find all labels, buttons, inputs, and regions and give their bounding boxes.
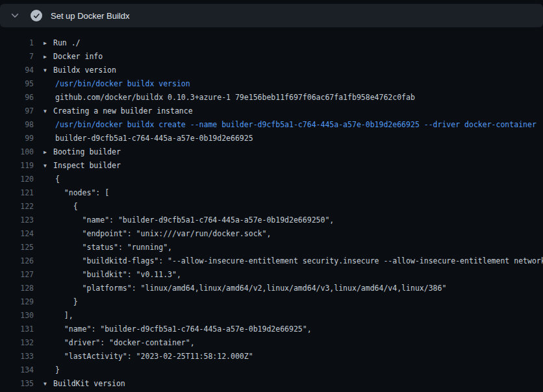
line-number[interactable]: 129: [0, 295, 34, 309]
step-title: Set up Docker Buildx: [51, 11, 129, 21]
output-text: {: [55, 200, 78, 214]
line-number[interactable]: 128: [0, 282, 34, 295]
line-number[interactable]: 97: [0, 104, 34, 118]
line-number[interactable]: 119: [0, 159, 34, 173]
line-number[interactable]: 99: [0, 132, 34, 145]
output-text: "buildkit": "v0.11.3",: [55, 268, 181, 282]
line-number[interactable]: 134: [0, 363, 34, 377]
line-number[interactable]: 1: [0, 36, 34, 50]
output-text: ],: [55, 309, 73, 323]
log-line: 99builder-d9cfb5a1-c764-445a-a57e-0b19d2…: [0, 132, 543, 145]
group-title: Booting builder: [53, 147, 121, 156]
log-line[interactable]: 135▼BuildKit version: [0, 377, 543, 391]
log-line[interactable]: 1▶Run ./: [0, 36, 543, 50]
output-text: "name": "builder-d9cfb5a1-c764-445a-a57e…: [55, 214, 334, 227]
line-number[interactable]: 121: [0, 186, 34, 200]
output-text: }: [55, 363, 60, 377]
group-expanded-arrow-icon: ▼: [44, 159, 53, 173]
command-text: /usr/bin/docker buildx version: [55, 77, 190, 91]
group-title: Creating a new builder instance: [53, 106, 193, 116]
group-collapsed-arrow-icon: ▶: [44, 50, 53, 64]
log-line[interactable]: 100▶Booting builder: [0, 145, 543, 159]
output-text: "nodes": [: [55, 186, 109, 200]
log-line: 95/usr/bin/docker buildx version: [0, 77, 543, 91]
line-number[interactable]: 123: [0, 214, 34, 227]
group-title: Run ./: [53, 38, 81, 47]
check-circle-icon: [31, 10, 42, 21]
output-text: "endpoint": "unix:///var/run/docker.sock…: [55, 227, 271, 241]
log-line: 134}: [0, 363, 543, 377]
line-number[interactable]: 124: [0, 227, 34, 241]
line-number[interactable]: 132: [0, 336, 34, 350]
log-line: 122 {: [0, 200, 543, 214]
line-number[interactable]: 122: [0, 200, 34, 214]
group-expanded-arrow-icon: ▼: [44, 104, 53, 118]
log-line: 98/usr/bin/docker buildx create --name b…: [0, 118, 543, 132]
group-collapsed-arrow-icon: ▶: [44, 36, 53, 50]
log-line: 131 "name": "builder-d9cfb5a1-c764-445a-…: [0, 323, 543, 336]
log-line: 130 ],: [0, 309, 543, 323]
log-line: 132 "driver": "docker-container",: [0, 336, 543, 350]
output-text: }: [55, 295, 78, 309]
line-number[interactable]: 125: [0, 241, 34, 254]
output-text: "lastActivity": "2023-02-25T11:58:12.000…: [55, 350, 253, 363]
line-number[interactable]: 95: [0, 77, 34, 91]
log-line[interactable]: 94▼Buildx version: [0, 64, 543, 77]
log-line[interactable]: 119▼Inspect builder: [0, 159, 543, 173]
line-number[interactable]: 135: [0, 377, 34, 391]
line-number[interactable]: 133: [0, 350, 34, 363]
log-line: 127 "buildkit": "v0.11.3",: [0, 268, 543, 282]
log-line[interactable]: 97▼Creating a new builder instance: [0, 104, 543, 118]
line-number[interactable]: 120: [0, 173, 34, 186]
line-number[interactable]: 96: [0, 91, 34, 104]
line-number[interactable]: 130: [0, 309, 34, 323]
log-line[interactable]: 7▶Docker info: [0, 50, 543, 64]
output-text: "driver": "docker-container",: [55, 336, 195, 350]
output-text: builder-d9cfb5a1-c764-445a-a57e-0b19d2e6…: [55, 132, 253, 145]
group-title: Buildx version: [53, 66, 116, 75]
log-line: 120{: [0, 173, 543, 186]
log-lines: 1▶Run ./7▶Docker info94▼Buildx version95…: [0, 27, 543, 392]
log-line: 96github.com/docker/buildx 0.10.3+azure-…: [0, 91, 543, 104]
command-text: /usr/bin/docker buildx create --name bui…: [55, 118, 537, 132]
step-header[interactable]: Set up Docker Buildx: [0, 4, 543, 27]
group-collapsed-arrow-icon: ▶: [44, 145, 53, 159]
output-text: "name": "builder-d9cfb5a1-c764-445a-a57e…: [55, 323, 312, 336]
group-expanded-arrow-icon: ▼: [44, 377, 53, 391]
output-text: "platforms": "linux/amd64,linux/amd64/v2…: [55, 282, 446, 295]
group-expanded-arrow-icon: ▼: [44, 64, 53, 77]
line-number[interactable]: 7: [0, 50, 34, 64]
output-text: {: [55, 173, 60, 186]
line-number[interactable]: 100: [0, 145, 34, 159]
log-line: 121 "nodes": [: [0, 186, 543, 200]
output-text: "buildkitd-flags": "--allow-insecure-ent…: [55, 254, 543, 268]
output-text: github.com/docker/buildx 0.10.3+azure-1 …: [55, 91, 415, 104]
output-text: "status": "running",: [55, 241, 172, 254]
group-title: Docker info: [53, 52, 103, 61]
log-line: 123 "name": "builder-d9cfb5a1-c764-445a-…: [0, 214, 543, 227]
chevron-down-icon[interactable]: [10, 11, 19, 20]
log-line: 129 }: [0, 295, 543, 309]
group-title: BuildKit version: [53, 379, 125, 388]
line-number[interactable]: 98: [0, 118, 34, 132]
log-line: 125 "status": "running",: [0, 241, 543, 254]
log-line: 133 "lastActivity": "2023-02-25T11:58:12…: [0, 350, 543, 363]
log-line: 128 "platforms": "linux/amd64,linux/amd6…: [0, 282, 543, 295]
line-number[interactable]: 127: [0, 268, 34, 282]
group-title: Inspect builder: [53, 161, 121, 170]
line-number[interactable]: 94: [0, 64, 34, 77]
line-number[interactable]: 131: [0, 323, 34, 336]
log-line: 126 "buildkitd-flags": "--allow-insecure…: [0, 254, 543, 268]
line-number[interactable]: 126: [0, 254, 34, 268]
log-line: 124 "endpoint": "unix:///var/run/docker.…: [0, 227, 543, 241]
